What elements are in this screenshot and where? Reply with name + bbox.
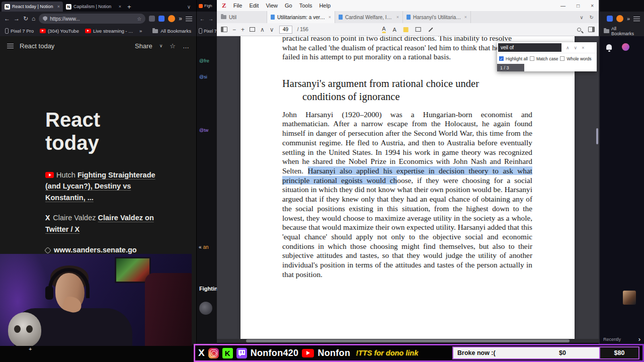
document-tab-harsanyi[interactable]: Harsanyi's Utilitarian Theo × [403,11,471,23]
list-tabs-chevron-icon[interactable]: ∨ [187,4,191,10]
maximize-icon[interactable]: □ [577,3,580,9]
bookmark-star-icon[interactable]: ☆ [137,16,141,22]
collapse-chat-icon[interactable]: «an [199,244,209,250]
list-item-youtube-link[interactable]: Hutch Fighting Straighterade (and Lycan?… [45,169,165,203]
extension-icon[interactable] [149,16,155,22]
profile-avatar[interactable] [622,43,629,51]
address-bar[interactable]: https://www... ☆ [39,14,145,24]
zoom-fit-icon[interactable] [250,27,255,32]
close-tab-icon[interactable]: × [464,15,467,20]
menu-go[interactable]: Go [285,3,292,9]
context-pane-toggle-icon[interactable] [588,27,595,32]
menu-view[interactable]: View [266,3,278,9]
previous-page-icon[interactable]: ∧ [260,26,265,33]
share-chevron-icon[interactable]: ∨ [159,43,163,48]
whole-words-checkbox[interactable] [560,56,565,61]
app-menu-icon[interactable] [186,16,192,22]
page-number-input[interactable] [279,26,292,34]
vertical-scrollbar-thumb[interactable] [596,128,598,144]
menu-tools[interactable]: Tools [299,3,312,9]
all-bookmarks-label[interactable]: All Bookmarks [611,26,640,36]
expand-chevron-icon[interactable]: › [638,335,640,343]
pdf-section-heading: Harsanyi's argument from rational choice… [282,77,532,103]
tab-title: Cardinal Welfare, Individu [345,15,394,20]
notion-breadcrumb[interactable]: React today [20,42,54,50]
find-close-icon[interactable]: × [582,45,584,50]
document-tab-cardinal-welfare[interactable]: Cardinal Welfare, Individu × [335,11,403,23]
sidebar-toggle-icon[interactable] [221,27,227,32]
tab-title[interactable]: Figh [204,4,212,8]
bookmark-youtube[interactable]: (304) YouTube [40,28,79,34]
document-tab-utilitarianism[interactable]: Utilitarianism: a very short × [267,11,335,23]
bookmark-pixel7[interactable]: Pixel 7 Pro [5,28,34,34]
video-thumbnail[interactable] [623,291,636,305]
reload-icon[interactable]: ↻ [23,16,28,22]
browser-tab-react-today[interactable]: N React today | Notion × [2,2,63,12]
forward-icon[interactable]: → [14,16,20,22]
all-bookmarks-button[interactable]: All Bookmarks [152,28,191,34]
notifications-bell-icon[interactable] [606,44,612,50]
zoom-out-icon[interactable]: − [232,26,236,33]
note-tool-icon[interactable] [404,27,409,32]
bookmark-live-streaming[interactable]: Live streaming - YouTube [85,28,133,34]
zoom-in-icon[interactable]: + [241,26,245,33]
match-case-checkbox[interactable] [530,56,534,61]
new-tab-button[interactable]: + [127,3,131,11]
menu-edit[interactable]: Edit [249,3,259,9]
tracking-shield-icon[interactable] [43,16,47,21]
app-menu-icon[interactable] [633,16,640,22]
find-result-count: 1 / 3 [497,64,524,71]
bookmarks-bar: Pixel 7 [197,26,217,36]
tab-strip: N React today | Notion × N Capitalism | … [0,0,196,12]
search-icon[interactable] [577,28,581,32]
bookmarks-overflow-icon[interactable]: » [139,28,142,34]
forward-icon[interactable]: → [208,16,213,22]
close-tab-icon[interactable]: × [396,15,399,20]
horizontal-scrollbar[interactable] [217,339,599,343]
extension-icon[interactable] [607,16,613,22]
senate-link[interactable]: www.sanders.senate.go [54,246,137,254]
horizontal-scrollbar-thumb[interactable] [246,339,570,342]
pdf-text-line: practical reason to point in two distinc… [282,36,532,43]
close-tab-icon[interactable]: × [329,15,331,20]
next-page-icon[interactable]: ∨ [270,26,274,33]
account-avatar[interactable] [616,15,623,22]
find-next-icon[interactable]: ∨ [574,45,578,50]
favorite-star-icon[interactable]: ☆ [170,42,176,50]
notion-header: React today Share ∨ ☆ … [0,36,196,55]
toolbar-overflow-icon[interactable]: » [627,16,630,22]
library-tab[interactable]: Util [217,11,267,23]
find-previous-icon[interactable]: ∧ [566,45,570,50]
close-icon[interactable]: × [591,3,594,9]
close-tab-icon[interactable]: × [57,4,60,9]
home-icon[interactable]: ⌂ [32,16,35,22]
tab-list-chevron-icon[interactable]: ∨ [580,15,583,20]
find-input[interactable] [498,43,561,52]
browser-tab-capitalism[interactable]: N Capitalism | Notion × [63,2,124,12]
menu-help[interactable]: Help [319,3,331,9]
area-tool-icon[interactable] [416,27,421,32]
text-tool-icon[interactable]: A [393,27,396,33]
account-avatar[interactable] [168,15,175,22]
toolbar-overflow-icon[interactable]: » [179,16,182,22]
reader-toolbar: − + ∧ ∨ / 156 A A [217,23,599,36]
twitch-glitch-eyes [240,351,242,353]
highlight-tool-icon[interactable]: A [382,26,385,33]
highlight-all-label: Highlight all [506,56,528,61]
zotero-window: Z File Edit View Go Tools Help — □ × Uti… [217,0,599,343]
streamer-avatar[interactable] [199,302,212,315]
ink-tool-icon[interactable] [429,27,433,32]
extension-icon-2[interactable] [158,16,165,22]
back-icon[interactable]: ← [200,16,205,22]
list-item-twitter-link[interactable]: XClaire Valdez Claire Valdez on Twitter … [45,212,165,235]
menu-file[interactable]: File [233,3,243,9]
sync-icon[interactable]: ↻ [590,15,594,20]
more-options-icon[interactable]: … [183,42,189,50]
minimize-icon[interactable]: — [560,3,566,9]
highlight-all-checkbox[interactable]: ✓ [499,56,504,61]
notion-sidebar-toggle-icon[interactable] [7,43,14,49]
share-button[interactable]: Share [135,42,152,50]
back-icon[interactable]: ← [4,16,10,22]
bookmark-label[interactable]: Pixel 7 [204,29,217,34]
close-tab-icon[interactable]: × [119,4,121,9]
